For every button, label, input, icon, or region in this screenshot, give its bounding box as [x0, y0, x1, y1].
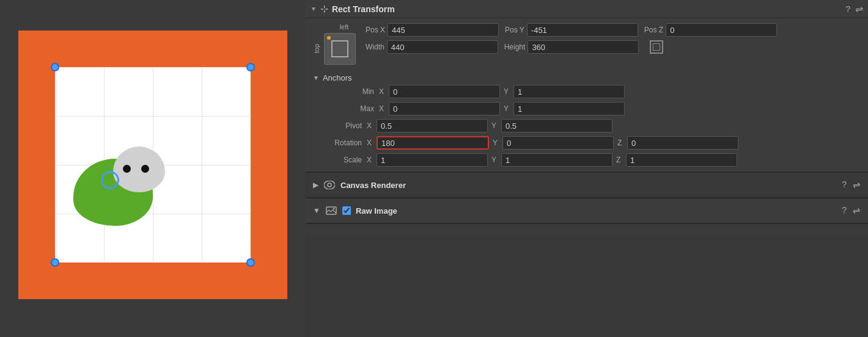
min-x-axis: X: [379, 87, 385, 96]
raw-image-help-icon[interactable]: ?: [842, 205, 847, 216]
handle-top-right[interactable]: [246, 63, 255, 71]
anchor-label-left: top: [313, 44, 320, 53]
rotation-fields: X Y Z: [367, 136, 861, 150]
anchors-arrow: ▼: [313, 74, 319, 81]
min-y-input[interactable]: [513, 85, 625, 98]
canvas-renderer-arrow[interactable]: ▶: [313, 181, 318, 189]
anchor-label-top: left: [340, 23, 349, 31]
blueprint-resize-icon[interactable]: [650, 40, 663, 54]
anchor-dot: [327, 36, 331, 40]
pos-y-input[interactable]: [527, 23, 638, 37]
anchor-preset-button[interactable]: [324, 33, 356, 65]
pivot-label: Pivot: [313, 121, 362, 130]
canvas-renderer-title: Canvas Renderer: [340, 181, 837, 190]
raw-image-checkbox[interactable]: [342, 206, 351, 215]
min-y-axis: Y: [504, 87, 510, 96]
handle-bottom-right[interactable]: [246, 258, 255, 267]
width-group: Width: [366, 40, 498, 54]
svg-point-1: [328, 183, 331, 187]
scale-fields: X Y Z: [367, 153, 861, 167]
scale-y-input[interactable]: [501, 153, 612, 167]
handle-top-left[interactable]: [51, 63, 59, 71]
white-rect: [55, 67, 251, 263]
max-fields: X Y: [379, 102, 861, 115]
anchors-section-header[interactable]: ▼ Anchors: [313, 70, 861, 85]
scale-x-axis: X: [367, 156, 373, 164]
pos-z-input[interactable]: [666, 23, 777, 37]
scale-row: Scale X Y Z: [313, 153, 861, 167]
character-sprite: [73, 128, 196, 226]
settings-icon[interactable]: ⇌: [855, 3, 863, 15]
wh-row: Width Height: [366, 40, 861, 54]
handle-bottom-left[interactable]: [51, 258, 59, 267]
rotation-x-axis: X: [367, 139, 373, 147]
raw-image-arrow[interactable]: ▼: [313, 206, 320, 215]
raw-image-title: Raw Image: [356, 206, 837, 216]
rotation-y-axis: Y: [493, 139, 499, 147]
anchors-title: Anchors: [323, 73, 352, 82]
rotation-z-axis: Z: [617, 139, 623, 147]
width-label: Width: [366, 43, 384, 51]
min-label: Min: [325, 87, 374, 96]
raw-image-actions: ? ⇌: [842, 205, 861, 216]
canvas-renderer-help-icon[interactable]: ?: [842, 179, 847, 190]
rect-transform-header: ▼ ⊹ Rect Transform ? ⇌: [306, 0, 868, 18]
rotation-row: Rotation X Y Z: [313, 136, 861, 150]
pos-fields: Pos X Pos Y Pos Z Width: [366, 23, 861, 54]
blue-ring: [101, 171, 119, 189]
svg-point-3: [333, 208, 334, 210]
rect-transform-body: left top Pos X Pos Y: [306, 18, 868, 172]
pivot-row: Pivot X Y: [313, 119, 861, 132]
pos-z-group: Pos Z: [644, 23, 777, 37]
pos-x-label: Pos X: [366, 26, 385, 34]
pos-y-group: Pos Y: [505, 23, 638, 37]
min-fields: X Y: [379, 85, 861, 98]
scale-label: Scale: [313, 156, 362, 164]
canvas-renderer-actions: ? ⇌: [842, 179, 861, 190]
raw-image-settings-icon[interactable]: ⇌: [853, 205, 861, 216]
scale-z-input[interactable]: [626, 153, 737, 167]
height-label: Height: [504, 43, 526, 51]
height-input[interactable]: [528, 40, 639, 54]
blueprint-inner: [653, 43, 660, 51]
header-actions: ? ⇌: [845, 3, 863, 15]
svg-point-0: [324, 181, 335, 189]
pos-z-label: Pos Z: [644, 26, 663, 34]
scale-y-axis: Y: [491, 156, 498, 164]
scene-panel: [0, 0, 306, 337]
image-icon: [325, 205, 337, 217]
white-head: [113, 147, 165, 192]
pivot-x-input[interactable]: [377, 119, 488, 132]
min-row: Min X Y: [313, 85, 861, 98]
pivot-y-input[interactable]: [501, 119, 612, 132]
min-x-input[interactable]: [389, 85, 500, 98]
canvas-renderer-row: ▶ Canvas Renderer ? ⇌: [306, 172, 868, 197]
max-y-input[interactable]: [513, 102, 625, 115]
collapse-arrow[interactable]: ▼: [311, 5, 317, 12]
max-y-axis: Y: [504, 104, 510, 113]
rect-transform-title: Rect Transform: [332, 4, 845, 14]
max-row: Max X Y: [313, 102, 861, 115]
scene-canvas: [18, 31, 287, 299]
rotation-y-input[interactable]: [502, 136, 614, 150]
bottom-strip: [306, 223, 868, 236]
rect-transform-icon: ⊹: [320, 3, 328, 15]
canvas-renderer-settings-icon[interactable]: ⇌: [853, 179, 861, 190]
max-x-input[interactable]: [389, 102, 500, 115]
rotation-x-input[interactable]: [377, 136, 489, 150]
pivot-y-axis: Y: [491, 121, 498, 130]
scale-x-input[interactable]: [377, 153, 488, 167]
help-icon[interactable]: ?: [845, 4, 850, 14]
anchor-inner-rect: [331, 40, 348, 57]
pos-y-label: Pos Y: [505, 26, 524, 34]
anchor-preset-area: left top: [313, 23, 356, 65]
pos-x-group: Pos X: [366, 23, 499, 37]
max-x-axis: X: [379, 104, 385, 113]
pivot-x-axis: X: [367, 121, 373, 130]
height-group: Height: [504, 40, 639, 54]
rotation-z-input[interactable]: [627, 136, 738, 150]
width-input[interactable]: [387, 40, 498, 54]
inspector-panel: ▼ ⊹ Rect Transform ? ⇌ left top: [306, 0, 868, 337]
pos-x-input[interactable]: [388, 23, 499, 37]
scale-z-axis: Z: [616, 156, 622, 164]
